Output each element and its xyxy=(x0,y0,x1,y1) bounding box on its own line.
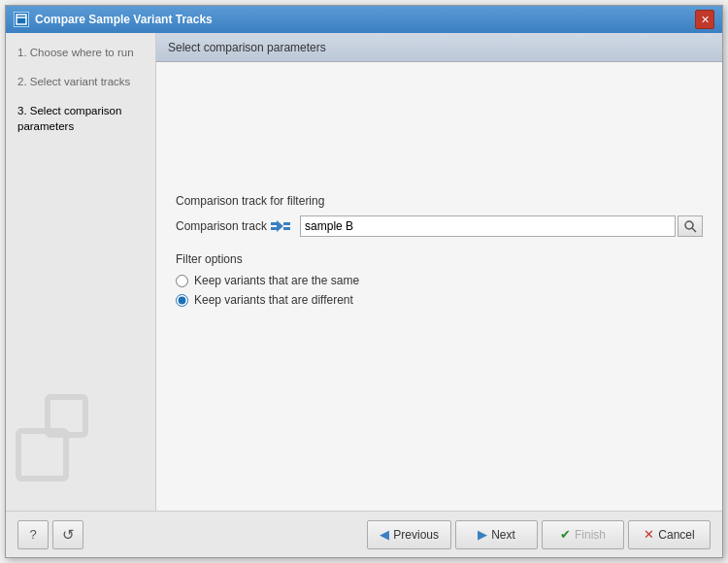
sidebar-step-3[interactable]: 3. Select comparison parameters xyxy=(14,101,148,136)
radio-different-label[interactable]: Keep variants that are different xyxy=(194,293,353,307)
next-button[interactable]: ▶ Next xyxy=(455,520,538,549)
browse-button[interactable] xyxy=(678,215,703,237)
comparison-track-label: Comparison track xyxy=(176,219,294,233)
help-button[interactable]: ? xyxy=(17,520,49,549)
svg-rect-5 xyxy=(283,222,290,225)
reset-button[interactable]: ↺ xyxy=(52,520,83,549)
content-area: 1. Choose where to run 2. Select variant… xyxy=(6,33,722,511)
filter-section: Filter options Keep variants that are th… xyxy=(176,252,703,307)
bottom-left-buttons: ? ↺ xyxy=(17,520,83,549)
svg-rect-3 xyxy=(271,227,277,230)
sidebar-step-1[interactable]: 1. Choose where to run xyxy=(14,43,148,62)
previous-arrow-icon: ◀ xyxy=(380,527,389,542)
radio-same-label[interactable]: Keep variants that are the same xyxy=(194,274,359,287)
svg-marker-4 xyxy=(277,220,283,232)
radio-different[interactable] xyxy=(176,294,188,307)
step-2-number: 2. xyxy=(17,76,30,87)
comparison-section-label: Comparison track for filtering xyxy=(176,194,703,208)
step-1-label: Choose where to run xyxy=(30,47,134,58)
sidebar-step-2[interactable]: 2. Select variant tracks xyxy=(14,72,148,91)
svg-line-8 xyxy=(692,228,696,232)
radio-different-row: Keep variants that are different xyxy=(176,293,703,307)
finish-check-icon: ✔ xyxy=(560,527,571,542)
svg-point-7 xyxy=(685,221,693,229)
close-button[interactable]: ✕ xyxy=(695,10,714,29)
svg-rect-2 xyxy=(271,222,277,225)
step-header: Select comparison parameters xyxy=(156,33,722,62)
cancel-x-icon: ✕ xyxy=(644,527,654,542)
step-3-number: 3. xyxy=(17,105,30,116)
radio-same-row: Keep variants that are the same xyxy=(176,274,703,287)
dialog-icon xyxy=(14,12,29,27)
main-content: Comparison track for filtering Compariso… xyxy=(156,62,722,511)
dialog-title: Compare Sample Variant Tracks xyxy=(35,13,695,26)
previous-button[interactable]: ◀ Previous xyxy=(367,520,451,549)
next-arrow-icon: ▶ xyxy=(478,527,487,542)
bottom-bar: ? ↺ ◀ Previous ▶ Next ✔ Finish ✕ Cancel xyxy=(6,511,722,557)
track-icon xyxy=(271,219,290,233)
svg-rect-6 xyxy=(283,227,290,230)
radio-same[interactable] xyxy=(176,275,188,287)
step-3-label: Select comparison parameters xyxy=(17,105,121,132)
title-bar: Compare Sample Variant Tracks ✕ xyxy=(6,6,722,33)
cancel-button[interactable]: ✕ Cancel xyxy=(628,520,711,549)
step-header-label: Select comparison parameters xyxy=(168,41,326,54)
left-panel: 1. Choose where to run 2. Select variant… xyxy=(6,33,156,511)
filter-options-label: Filter options xyxy=(176,252,703,266)
watermark xyxy=(16,394,113,491)
step-2-label: Select variant tracks xyxy=(30,76,131,87)
svg-rect-0 xyxy=(17,15,26,24)
comparison-track-row: Comparison track xyxy=(176,215,703,237)
dialog: Compare Sample Variant Tracks ✕ 1. Choos… xyxy=(5,5,723,558)
right-panel: Select comparison parameters Comparison … xyxy=(156,33,722,511)
finish-button[interactable]: ✔ Finish xyxy=(542,520,624,549)
comparison-track-input[interactable] xyxy=(300,215,676,237)
step-1-number: 1. xyxy=(17,47,30,58)
